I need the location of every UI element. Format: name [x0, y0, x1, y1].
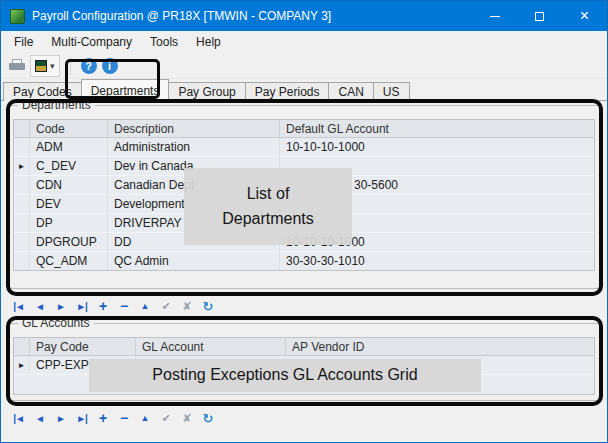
- nav-insert-button[interactable]: +: [93, 409, 112, 427]
- column-header-gl-account: GL Account: [136, 338, 286, 355]
- insert-record-icon: +: [99, 410, 106, 426]
- row-indicator: [14, 233, 30, 251]
- nav-last-button[interactable]: ►|: [72, 297, 91, 315]
- tab-can[interactable]: CAN: [328, 82, 373, 101]
- departments-grid-header: Code Description Default GL Account: [14, 120, 594, 138]
- nav-first-button[interactable]: |◄: [9, 409, 28, 427]
- cell-description: Administration: [108, 138, 280, 156]
- tab-departments[interactable]: Departments: [81, 79, 170, 101]
- column-header-default-gl: Default GL Account: [280, 120, 594, 137]
- selected-row-marker-icon: ►: [14, 356, 30, 374]
- nav-edit-button[interactable]: ▲: [135, 297, 154, 315]
- cell-code: CDN: [30, 176, 108, 194]
- post-edit-icon: ✔: [161, 300, 169, 313]
- prior-record-icon: ◄: [35, 301, 44, 312]
- maximize-button[interactable]: [517, 1, 562, 31]
- column-header-ap-vendor-id: AP Vendor ID: [286, 338, 594, 355]
- info-icon: i: [108, 60, 111, 72]
- nav-refresh-button[interactable]: ↻: [198, 409, 217, 427]
- row-indicator: [14, 138, 30, 156]
- nav-next-button[interactable]: ►: [51, 297, 70, 315]
- nav-prior-button[interactable]: ◄: [30, 409, 49, 427]
- departments-db-navigator: |◄ ◄ ► ►| + − ▲ ✔ ✘ ↻: [9, 297, 217, 315]
- app-icon: [10, 9, 25, 24]
- first-record-icon: |◄: [13, 413, 24, 424]
- company-dropdown-button[interactable]: ▾: [30, 55, 60, 77]
- cell-gl: 10-10-10-1000: [280, 138, 594, 156]
- last-record-icon: ►|: [76, 413, 87, 424]
- nav-refresh-button[interactable]: ↻: [198, 297, 217, 315]
- indicator-column-header: [14, 338, 30, 355]
- window-controls: ×: [472, 1, 607, 31]
- nav-first-button[interactable]: |◄: [9, 297, 28, 315]
- tab-pay-periods[interactable]: Pay Periods: [245, 82, 330, 101]
- cancel-edit-icon: ✘: [182, 412, 190, 425]
- company-icon: [35, 60, 47, 72]
- print-button[interactable]: [6, 55, 28, 77]
- tab-us[interactable]: US: [373, 82, 410, 101]
- gl-accounts-overlay-label: Posting Exceptions GL Accounts Grid: [89, 359, 481, 392]
- edit-record-icon: ▲: [141, 413, 149, 423]
- menubar: File Multi-Company Tools Help: [1, 31, 607, 53]
- cell-code: C_DEV: [30, 157, 108, 175]
- nav-post-button[interactable]: ✔: [156, 409, 175, 427]
- row-indicator: [14, 176, 30, 194]
- nav-last-button[interactable]: ►|: [72, 409, 91, 427]
- nav-cancel-button[interactable]: ✘: [177, 297, 196, 315]
- column-header-code: Code: [30, 120, 108, 137]
- cell-gl: 30-30-30-1010: [280, 252, 594, 270]
- close-button[interactable]: ×: [562, 1, 607, 31]
- selected-row-marker-icon: ►: [14, 157, 30, 175]
- cell-code: DEV: [30, 195, 108, 213]
- minimize-icon: [490, 16, 500, 17]
- next-record-icon: ►: [56, 413, 65, 424]
- chevron-down-icon: ▾: [50, 61, 55, 71]
- column-header-description: Description: [108, 120, 280, 137]
- refresh-icon: ↻: [203, 299, 213, 314]
- tabstrip: Pay Codes Departments Pay Group Pay Peri…: [1, 79, 607, 101]
- first-record-icon: |◄: [13, 301, 24, 312]
- tab-pay-group[interactable]: Pay Group: [168, 82, 245, 101]
- cancel-edit-icon: ✘: [182, 300, 190, 313]
- toolbar: ▾ ? i: [1, 53, 607, 79]
- overlay-text-line2: Departments: [222, 207, 314, 232]
- titlebar: Payroll Configuration @ PR18X [TMWIN - C…: [1, 1, 607, 31]
- overlay-text-line1: List of: [247, 182, 290, 207]
- gl-accounts-group-title: GL Accounts: [18, 316, 94, 330]
- nav-cancel-button[interactable]: ✘: [177, 409, 196, 427]
- menu-multi-company[interactable]: Multi-Company: [42, 32, 141, 52]
- menu-tools[interactable]: Tools: [141, 32, 187, 52]
- minimize-button[interactable]: [472, 1, 517, 31]
- table-row[interactable]: QC_ADM QC Admin 30-30-30-1010: [14, 252, 594, 271]
- app-window: Payroll Configuration @ PR18X [TMWIN - C…: [0, 0, 608, 443]
- refresh-icon: ↻: [203, 411, 213, 426]
- nav-delete-button[interactable]: −: [114, 297, 133, 315]
- cell-code: ADM: [30, 138, 108, 156]
- close-icon: ×: [580, 8, 589, 24]
- nav-next-button[interactable]: ►: [51, 409, 70, 427]
- nav-post-button[interactable]: ✔: [156, 297, 175, 315]
- gl-accounts-db-navigator: |◄ ◄ ► ►| + − ▲ ✔ ✘ ↻: [9, 409, 217, 427]
- edit-record-icon: ▲: [141, 301, 149, 311]
- overlay-text: Posting Exceptions GL Accounts Grid: [152, 363, 417, 388]
- delete-record-icon: −: [120, 410, 127, 426]
- last-record-icon: ►|: [76, 301, 87, 312]
- row-indicator: [14, 214, 30, 232]
- menu-help[interactable]: Help: [187, 32, 230, 52]
- help-icon: ?: [85, 60, 92, 72]
- nav-delete-button[interactable]: −: [114, 409, 133, 427]
- info-button[interactable]: i: [102, 58, 118, 74]
- help-button[interactable]: ?: [81, 58, 97, 74]
- insert-record-icon: +: [99, 298, 106, 314]
- window-title: Payroll Configuration @ PR18X [TMWIN - C…: [32, 9, 331, 23]
- column-header-pay-code: Pay Code: [30, 338, 136, 355]
- menu-file[interactable]: File: [5, 32, 42, 52]
- nav-insert-button[interactable]: +: [93, 297, 112, 315]
- departments-overlay-label: List of Departments: [184, 168, 352, 245]
- row-indicator: [14, 195, 30, 213]
- nav-edit-button[interactable]: ▲: [135, 409, 154, 427]
- maximize-icon: [535, 12, 544, 21]
- gl-accounts-grid-header: Pay Code GL Account AP Vendor ID: [14, 338, 594, 356]
- nav-prior-button[interactable]: ◄: [30, 297, 49, 315]
- table-row[interactable]: ADM Administration 10-10-10-1000: [14, 138, 594, 157]
